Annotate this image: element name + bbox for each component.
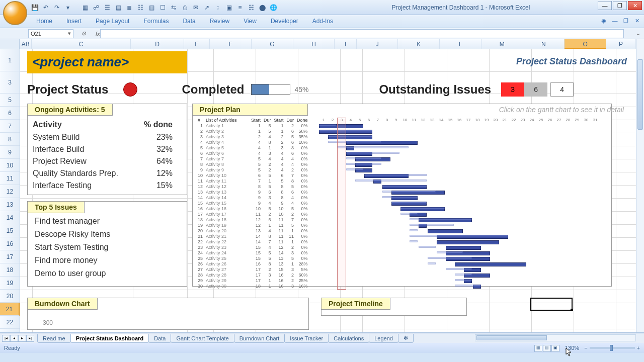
column-header[interactable]: F [210, 39, 252, 49]
row-header[interactable]: 10 [0, 159, 20, 172]
qa-more-icon[interactable]: ▾ [63, 3, 72, 12]
office-button[interactable] [3, 1, 27, 25]
row-header[interactable]: 16 [0, 237, 20, 250]
formula-input[interactable] [100, 29, 624, 38]
qa-shortcut-icon[interactable]: ⎙ [180, 3, 189, 12]
column-header[interactable]: H [293, 39, 335, 49]
sheet-tab[interactable]: Gantt Chart Template [171, 334, 234, 343]
column-header[interactable]: C [32, 39, 131, 49]
row-header[interactable]: 18 [0, 263, 20, 277]
sheet-tab[interactable]: Legend [369, 334, 398, 343]
undo-icon[interactable]: ↶ [41, 3, 50, 12]
column-header[interactable]: E [184, 39, 210, 49]
sheet-tab[interactable]: Issue Tracker [284, 334, 329, 343]
row-header[interactable]: 3 [0, 71, 20, 94]
column-header[interactable]: P [606, 39, 636, 49]
row-header[interactable]: 19 [0, 277, 20, 290]
column-header[interactable]: L [440, 39, 481, 49]
ribbon-tab-page-layout[interactable]: Page Layout [89, 15, 136, 28]
ribbon-tab-data[interactable]: Data [176, 15, 202, 28]
gantt-chart[interactable]: #List of ActivitiesStartDurStartDurDone1… [196, 118, 608, 285]
column-header[interactable]: D [131, 39, 184, 49]
row-header[interactable]: 8 [0, 133, 20, 146]
fill-handle[interactable] [571, 309, 573, 311]
sheet-tab[interactable]: Project Status Dashboard [70, 334, 149, 343]
qa-shortcut-icon[interactable]: ⬤ [258, 3, 267, 12]
qa-shortcut-icon[interactable]: ↗ [202, 3, 211, 12]
save-icon[interactable]: 💾 [30, 3, 39, 12]
row-header[interactable]: 5 [0, 94, 20, 107]
selected-cell[interactable] [530, 298, 573, 311]
ribbon-tab-insert[interactable]: Insert [59, 15, 89, 28]
redo-icon[interactable]: ↷ [52, 3, 61, 12]
formula-bar-expand-icon[interactable]: ⌄ [634, 30, 642, 37]
qa-shortcut-icon[interactable]: ▥ [147, 3, 156, 12]
row-header[interactable]: 21 [0, 303, 20, 316]
qa-shortcut-icon[interactable]: ☍ [92, 3, 101, 12]
scrollbar-thumb[interactable] [476, 335, 547, 340]
qa-shortcut-icon[interactable]: ✉ [191, 3, 200, 12]
qa-shortcut-icon[interactable]: ▣ [224, 3, 233, 12]
qa-shortcut-icon[interactable]: ↕ [213, 3, 222, 12]
row-header[interactable]: 15 [0, 224, 20, 237]
vertical-scrollbar[interactable] [636, 39, 644, 332]
horizontal-scrollbar[interactable] [475, 334, 636, 341]
row-header[interactable]: 17 [0, 250, 20, 263]
scrollbar-thumb[interactable] [637, 59, 643, 130]
row-header[interactable]: 1 [0, 49, 20, 71]
column-header[interactable]: I [335, 39, 356, 49]
ribbon-restore-icon[interactable]: ❐ [622, 17, 630, 25]
ribbon-tab-home[interactable]: Home [29, 15, 59, 28]
column-header[interactable]: O [565, 39, 606, 49]
row-header[interactable]: 14 [0, 211, 20, 224]
tab-nav-first-icon[interactable]: |◂ [2, 335, 10, 342]
sheet-tab[interactable]: Burndown Chart [234, 334, 285, 343]
column-header[interactable]: M [481, 39, 523, 49]
tab-nav-next-icon[interactable]: ▸ [18, 335, 26, 342]
ribbon-tab-add-ins[interactable]: Add-Ins [305, 15, 340, 28]
select-all-corner[interactable] [0, 39, 20, 49]
row-header[interactable]: 6 [0, 107, 20, 120]
column-header[interactable]: J [357, 39, 398, 49]
insert-sheet-icon[interactable]: ✻ [398, 334, 414, 343]
column-header[interactable]: N [523, 39, 565, 49]
column-header[interactable]: G [252, 39, 293, 49]
ribbon-minimize-icon[interactable]: — [611, 17, 619, 25]
qa-shortcut-icon[interactable]: ⇆ [169, 3, 178, 12]
zoom-level[interactable]: 130% [565, 345, 579, 351]
row-header[interactable]: 9 [0, 146, 20, 159]
minimize-button[interactable]: — [598, 1, 612, 10]
row-header[interactable]: 13 [0, 198, 20, 211]
row-header[interactable]: 11 [0, 172, 20, 185]
ribbon-tab-developer[interactable]: Developer [264, 15, 305, 28]
column-header[interactable]: AB [20, 39, 32, 49]
row-header[interactable]: 20 [0, 290, 20, 303]
tab-nav-last-icon[interactable]: ▸| [26, 335, 34, 342]
qa-shortcut-icon[interactable]: ☵ [247, 3, 256, 12]
qa-shortcut-icon[interactable]: 🌐 [269, 3, 278, 12]
name-box[interactable]: O21 ▾ [28, 29, 73, 38]
zoom-out-icon[interactable]: − [584, 345, 587, 351]
qa-shortcut-icon[interactable]: ☷ [136, 3, 145, 12]
help-icon[interactable]: ◉ [600, 17, 608, 25]
zoom-in-icon[interactable]: + [637, 345, 640, 351]
maximize-button[interactable]: ❐ [613, 1, 627, 10]
row-header[interactable]: 12 [0, 185, 20, 198]
sheet-tab[interactable]: Read me [37, 334, 71, 343]
ribbon-close-icon[interactable]: ✕ [633, 17, 641, 25]
sheet-tab[interactable]: Data [148, 334, 171, 343]
row-header[interactable]: 7 [0, 120, 20, 133]
qa-shortcut-icon[interactable]: ▦ [80, 3, 90, 12]
view-pagebreak-icon[interactable]: ▣ [551, 345, 559, 352]
sheet-tab[interactable]: Calculations [328, 334, 369, 343]
tab-nav-prev-icon[interactable]: ◂ [10, 335, 18, 342]
zoom-slider[interactable]: − + [584, 345, 640, 351]
qa-shortcut-icon[interactable]: ≡ [235, 3, 245, 12]
qa-shortcut-icon[interactable]: ☐ [158, 3, 167, 12]
grid[interactable]: <project name> Project Status Dashboard … [20, 49, 636, 332]
qa-shortcut-icon[interactable]: ≣ [125, 3, 134, 12]
insert-function-icon[interactable]: ⊘ [73, 30, 94, 37]
ribbon-tab-review[interactable]: Review [203, 15, 236, 28]
row-header[interactable]: 22 [0, 316, 20, 329]
column-header[interactable]: K [398, 39, 440, 49]
